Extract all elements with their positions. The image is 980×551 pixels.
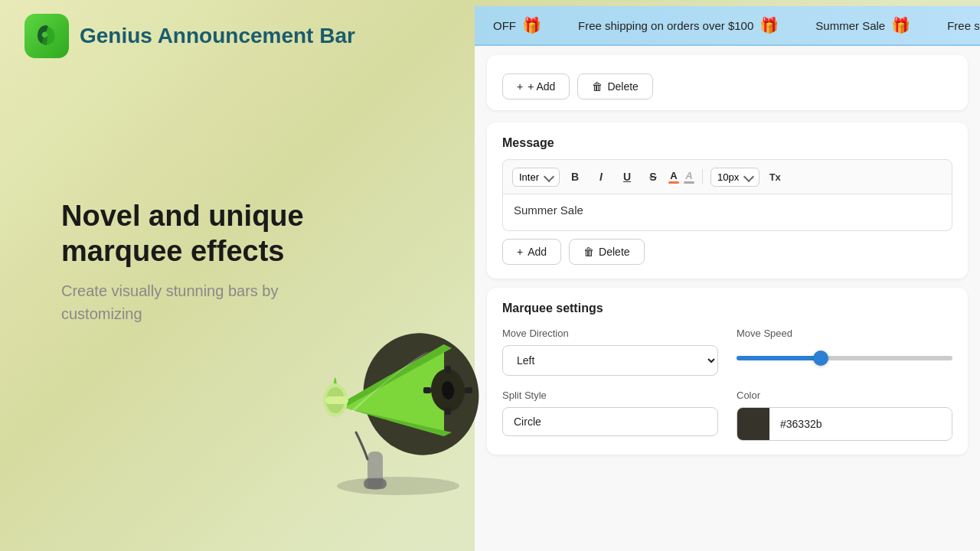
add-label: Add (528, 246, 547, 258)
megaphone-illustration (291, 283, 505, 497)
svg-rect-6 (445, 407, 451, 415)
move-speed-col: Move Speed (737, 328, 952, 364)
top-btn-row: + + Add 🗑 Delete (502, 73, 952, 99)
marquee-item: Free shipping on orders over $100 🎁 (560, 16, 797, 34)
color-swatch[interactable] (737, 408, 769, 440)
marquee-settings-title: Marquee settings (502, 302, 952, 315)
move-direction-col: Move Direction Left Right (502, 328, 718, 376)
font-size-value: 10px (717, 171, 739, 183)
move-speed-slider[interactable] (737, 356, 952, 360)
svg-rect-11 (325, 396, 348, 404)
marquee-preview-bar: OFF 🎁 Free shipping on orders over $100 … (475, 6, 980, 46)
text-color-button[interactable]: A (668, 171, 679, 184)
marquee-item: Summer Sale 🎁 (797, 16, 929, 34)
add-icon: + (517, 246, 523, 258)
move-speed-slider-container (737, 345, 952, 364)
message-text-input[interactable]: Summer Sale (502, 194, 952, 231)
strikethrough-button[interactable]: S (642, 166, 664, 187)
marquee-item: OFF 🎁 (475, 16, 560, 34)
main-heading: Novel and unique marquee effects (61, 199, 383, 269)
color-label: Color (737, 390, 952, 401)
message-card: Message Inter B I U S A A (487, 122, 968, 279)
add-label: + Add (528, 80, 555, 93)
message-btn-row: + Add 🗑 Delete (502, 239, 952, 265)
marquee-text: OFF (493, 19, 516, 32)
toolbar-divider (702, 169, 703, 184)
marquee-text: Summer Sale (815, 19, 885, 32)
marquee-emoji: 🎁 (760, 16, 779, 34)
app-title: Genius Announcement Bar (80, 24, 355, 48)
split-style-label: Split Style (502, 390, 718, 401)
chevron-down-icon (544, 171, 554, 182)
split-style-input[interactable] (502, 407, 718, 436)
message-label: Message (502, 136, 952, 150)
message-add-button[interactable]: + Add (502, 239, 561, 265)
svg-rect-7 (465, 387, 472, 393)
right-panel: OFF 🎁 Free shipping on orders over $100 … (475, 0, 980, 551)
app-logo (24, 14, 69, 58)
move-direction-select[interactable]: Left Right (502, 345, 718, 376)
font-size-selector[interactable]: 10px (710, 168, 760, 187)
top-action-card: + + Add 🗑 Delete (487, 55, 968, 110)
marquee-track: OFF 🎁 Free shipping on orders over $100 … (475, 16, 980, 34)
top-delete-button[interactable]: 🗑 Delete (577, 73, 652, 99)
move-speed-label: Move Speed (737, 328, 952, 339)
marquee-emoji: 🎁 (891, 16, 910, 34)
svg-rect-2 (364, 478, 387, 489)
svg-point-0 (337, 477, 459, 495)
delete-icon: 🗑 (583, 246, 594, 258)
delete-label: Delete (599, 246, 629, 258)
svg-rect-5 (445, 366, 451, 373)
text-toolbar: Inter B I U S A A 10px (502, 159, 952, 194)
svg-rect-8 (423, 387, 431, 393)
message-text-value: Summer Sale (514, 204, 583, 217)
marquee-item: Free s 🎁 (929, 16, 980, 34)
marquee-settings-card: Marquee settings Move Direction Left Rig… (487, 288, 968, 455)
marquee-text: Free s (947, 19, 980, 32)
bold-button[interactable]: B (564, 166, 586, 187)
fx-bar (684, 181, 694, 184)
font-selector[interactable]: Inter (512, 168, 560, 187)
settings-bottom-row: Split Style Color (502, 390, 952, 441)
delete-icon: 🗑 (592, 80, 603, 93)
move-direction-label: Move Direction (502, 328, 718, 339)
marquee-emoji: 🎁 (522, 16, 541, 34)
color-col: Color (737, 390, 952, 441)
add-icon: + (517, 80, 523, 93)
italic-button[interactable]: I (590, 166, 612, 187)
color-bar (668, 181, 679, 184)
message-delete-button[interactable]: 🗑 Delete (569, 239, 644, 265)
font-name: Inter (519, 171, 539, 183)
marquee-text: Free shipping on orders over $100 (578, 19, 753, 32)
split-style-col: Split Style (502, 390, 718, 436)
clear-format-button[interactable]: Tx (764, 166, 786, 187)
settings-top-row: Move Direction Left Right Move Speed (502, 328, 952, 376)
underline-button[interactable]: U (616, 166, 638, 187)
chevron-down-icon (743, 171, 754, 182)
color-hex-input[interactable] (769, 410, 952, 438)
text-fx-button[interactable]: A (684, 171, 694, 184)
delete-label: Delete (607, 80, 638, 93)
settings-panel: + + Add 🗑 Delete Message Inter B I (475, 46, 980, 551)
top-add-button[interactable]: + + Add (502, 73, 570, 99)
color-field-row (737, 407, 952, 441)
